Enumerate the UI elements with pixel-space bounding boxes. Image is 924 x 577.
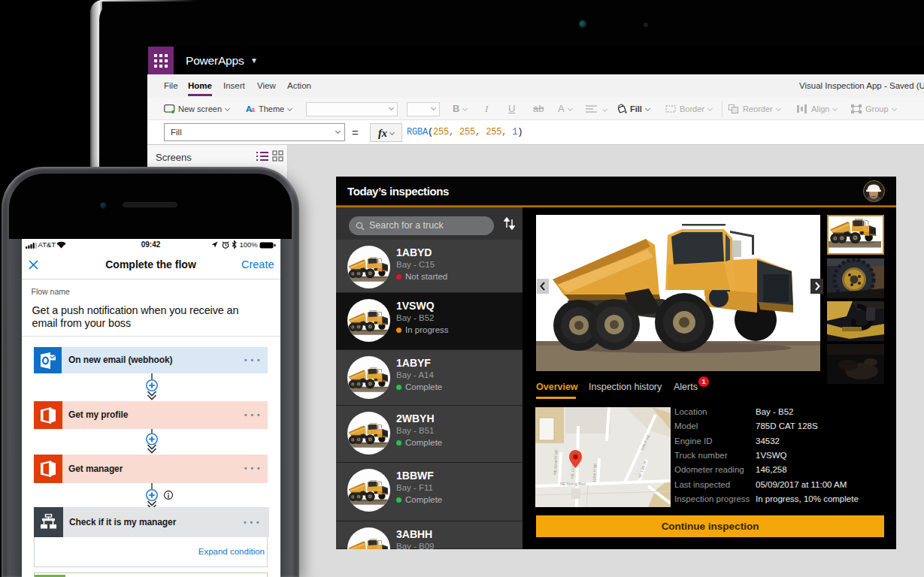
svg-text:a: a <box>251 106 255 113</box>
svg-text:NE Spring Blvd: NE Spring Blvd <box>560 482 586 486</box>
